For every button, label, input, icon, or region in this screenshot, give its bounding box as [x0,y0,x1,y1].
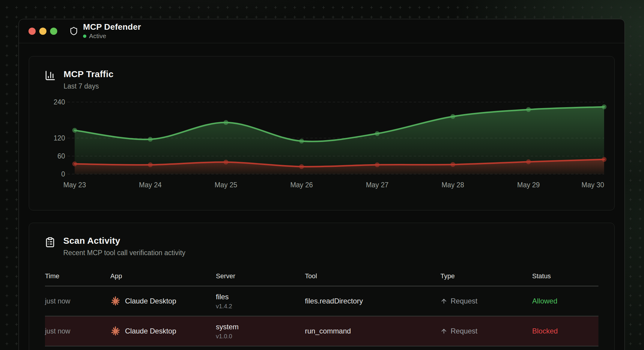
close-button[interactable] [28,28,36,35]
active-status-label: Active [89,32,106,40]
cell-tool: files.readDirectory [305,297,440,305]
type-label: Request [451,327,477,335]
x-axis-tick: May 24 [139,181,162,189]
y-axis-tick: 60 [57,152,65,160]
app-name: Claude Desktop [125,327,176,335]
cell-app: Claude Desktop [110,296,216,306]
y-axis-tick: 120 [54,134,65,142]
column-header-status: Status [532,272,598,280]
active-status-dot [83,35,86,38]
bar-chart-icon [45,70,56,82]
x-axis-tick: May 23 [63,181,86,189]
claude-logo-icon [110,296,121,306]
status-badge: Allowed [532,297,598,305]
window-controls [28,28,57,35]
app-window: MCP Defender Active MCP Traffic Last 7 d… [19,19,625,350]
cell-time: just now [45,297,110,305]
x-axis-tick: May 29 [517,181,540,189]
shield-icon [69,26,78,36]
x-axis-tick: May 30 [582,181,604,189]
y-axis-tick: 0 [61,170,65,178]
x-axis-tick: May 27 [366,181,388,189]
zoom-button[interactable] [50,28,57,35]
arrow-up-icon [440,298,447,305]
app-name: Claude Desktop [125,297,176,305]
column-header-app: App [110,272,216,280]
cell-type: Request [440,297,532,305]
status-badge: Blocked [532,327,598,335]
table-row[interactable]: just nowClaude Desktopsystemv1.0.0run_co… [45,316,598,346]
traffic-card-title: MCP Traffic [64,69,114,79]
arrow-up-icon [440,328,447,335]
y-axis-tick: 240 [54,98,65,106]
scan-activity-card: Scan Activity Recent MCP tool call verif… [29,223,615,350]
cell-server: systemv1.0.0 [216,323,305,340]
cell-server: filesv1.4.2 [216,293,305,310]
server-version: v1.0.0 [216,333,305,340]
activity-card-subtitle: Recent MCP tool call verification activi… [63,249,185,257]
x-axis-tick: May 25 [215,181,237,189]
minimize-button[interactable] [39,28,46,35]
table-header-row: Time App Server Tool Type Status [45,267,598,286]
cell-type: Request [440,327,532,335]
server-name: system [216,323,305,331]
column-header-time: Time [45,272,110,280]
x-axis-tick: May 28 [442,181,464,189]
activity-table-body: just nowClaude Desktopfilesv1.4.2files.r… [45,286,598,346]
traffic-chart: 060120240May 23May 24May 25May 26May 27M… [45,97,607,196]
cell-app: Claude Desktop [110,326,216,336]
server-name: files [216,293,305,301]
activity-card-title: Scan Activity [63,236,185,246]
server-version: v1.4.2 [216,303,305,310]
scan-activity-table: Time App Server Tool Type Status just no… [45,267,598,346]
app-title: MCP Defender [83,23,141,32]
main-content: MCP Traffic Last 7 days 060120240May 23M… [19,43,625,350]
cell-time: just now [45,327,110,335]
table-row[interactable]: just nowClaude Desktopfilesv1.4.2files.r… [45,286,598,316]
type-label: Request [451,297,477,305]
cell-tool: run_command [305,327,440,335]
traffic-card-subtitle: Last 7 days [64,82,114,90]
mcp-traffic-card: MCP Traffic Last 7 days 060120240May 23M… [29,56,615,210]
claude-logo-icon [110,326,121,336]
column-header-tool: Tool [305,272,440,280]
column-header-type: Type [440,272,532,280]
column-header-server: Server [216,272,305,280]
titlebar: MCP Defender Active [19,19,625,43]
clipboard-icon [45,237,55,249]
x-axis-tick: May 26 [290,181,313,189]
